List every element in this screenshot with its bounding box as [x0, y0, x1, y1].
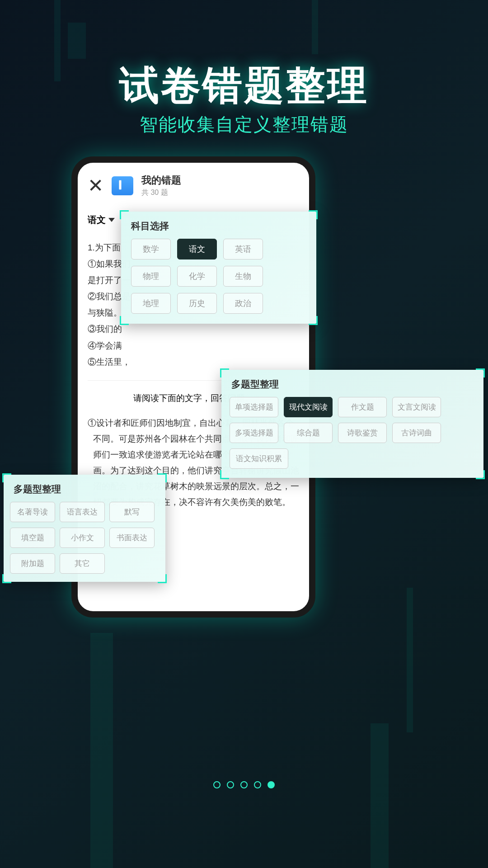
- subject-chip[interactable]: 物理: [131, 266, 171, 287]
- corner-decoration: [120, 210, 129, 219]
- subject-chip[interactable]: 语文: [177, 239, 217, 259]
- subject-chip[interactable]: 历史: [177, 293, 217, 314]
- qtype-chip[interactable]: 书面表达: [109, 528, 155, 548]
- bg-decoration: [90, 633, 113, 868]
- hero-title: 试卷错题整理: [0, 59, 488, 113]
- hero-subtitle: 智能收集自定义整理错题: [0, 112, 488, 137]
- qtype-chip-grid: 名著导读语言表达默写填空题小作文书面表达附加题其它: [4, 502, 165, 582]
- qtype-chip[interactable]: 默写: [109, 502, 155, 522]
- question-line: ④学会满: [88, 338, 299, 354]
- qtype-chip[interactable]: 古诗词曲: [392, 423, 441, 443]
- question-count: 共 30 题: [141, 188, 181, 198]
- subject-chip[interactable]: 地理: [131, 293, 171, 314]
- qtype-chip[interactable]: 作文题: [338, 397, 387, 417]
- corner-decoration: [158, 473, 167, 482]
- popup-title: 多题型整理: [221, 370, 483, 397]
- subject-chip[interactable]: 数学: [131, 239, 171, 259]
- bg-decoration: [312, 0, 318, 54]
- qtype-chip[interactable]: 文言文阅读: [392, 397, 441, 417]
- corner-decoration: [158, 574, 167, 583]
- corner-decoration: [309, 316, 318, 325]
- corner-decoration: [220, 470, 229, 479]
- qtype-chip[interactable]: 综合题: [284, 423, 333, 443]
- subject-popup: 科目选择 数学语文英语物理化学生物地理历史政治: [121, 212, 316, 324]
- qtype-chip[interactable]: 填空题: [10, 528, 55, 548]
- qtype-chip[interactable]: 附加题: [10, 553, 55, 574]
- close-icon[interactable]: ✕: [88, 175, 103, 197]
- popup-title: 科目选择: [121, 212, 316, 239]
- qtype-chip[interactable]: 语文知识积累: [230, 448, 288, 469]
- corner-decoration: [120, 316, 129, 325]
- qtype-chip[interactable]: 诗歌鉴赏: [338, 423, 387, 443]
- app-header: ✕ 我的错题 共 30 题: [88, 174, 299, 198]
- corner-decoration: [220, 368, 229, 377]
- qtype-chip[interactable]: 现代文阅读: [284, 397, 333, 417]
- qtype-popup-right: 多题型整理 单项选择题现代文阅读作文题文言文阅读多项选择题综合题诗歌鉴赏古诗词曲…: [221, 370, 483, 478]
- qtype-chip[interactable]: 多项选择题: [230, 423, 278, 443]
- pager-dot[interactable]: [267, 781, 275, 788]
- qtype-chip-grid: 单项选择题现代文阅读作文题文言文阅读多项选择题综合题诗歌鉴赏古诗词曲语文知识积累: [221, 397, 483, 478]
- corner-decoration: [2, 574, 11, 583]
- subject-chip[interactable]: 生物: [223, 266, 263, 287]
- pager-dot[interactable]: [240, 781, 248, 788]
- qtype-popup-left: 多题型整理 名著导读语言表达默写填空题小作文书面表达附加题其它: [4, 475, 165, 582]
- qtype-chip[interactable]: 小作文: [60, 528, 105, 548]
- corner-decoration: [476, 368, 485, 377]
- qtype-chip[interactable]: 其它: [60, 553, 105, 574]
- qtype-chip[interactable]: 单项选择题: [230, 397, 278, 417]
- page-indicator: [0, 781, 488, 788]
- header-text: 我的错题 共 30 题: [141, 174, 181, 198]
- subject-chip-grid: 数学语文英语物理化学生物地理历史政治: [121, 239, 316, 324]
- subject-label: 语文: [88, 214, 106, 226]
- pager-dot[interactable]: [227, 781, 234, 788]
- corner-decoration: [2, 473, 11, 482]
- subject-chip[interactable]: 英语: [223, 239, 263, 259]
- corner-decoration: [309, 210, 318, 219]
- page-title: 我的错题: [141, 174, 181, 187]
- popup-title: 多题型整理: [4, 475, 165, 502]
- bg-decoration: [407, 588, 413, 732]
- qtype-chip[interactable]: 名著导读: [10, 502, 55, 522]
- chevron-down-icon: [108, 218, 115, 222]
- bg-decoration: [371, 723, 389, 868]
- qtype-chip[interactable]: 语言表达: [60, 502, 105, 522]
- pager-dot[interactable]: [254, 781, 261, 788]
- folder-icon: [112, 176, 133, 195]
- corner-decoration: [476, 470, 485, 479]
- subject-chip[interactable]: 化学: [177, 266, 217, 287]
- subject-chip[interactable]: 政治: [223, 293, 263, 314]
- bg-decoration: [68, 23, 86, 59]
- pager-dot[interactable]: [213, 781, 221, 788]
- question-line: ⑤生活里，: [88, 354, 299, 370]
